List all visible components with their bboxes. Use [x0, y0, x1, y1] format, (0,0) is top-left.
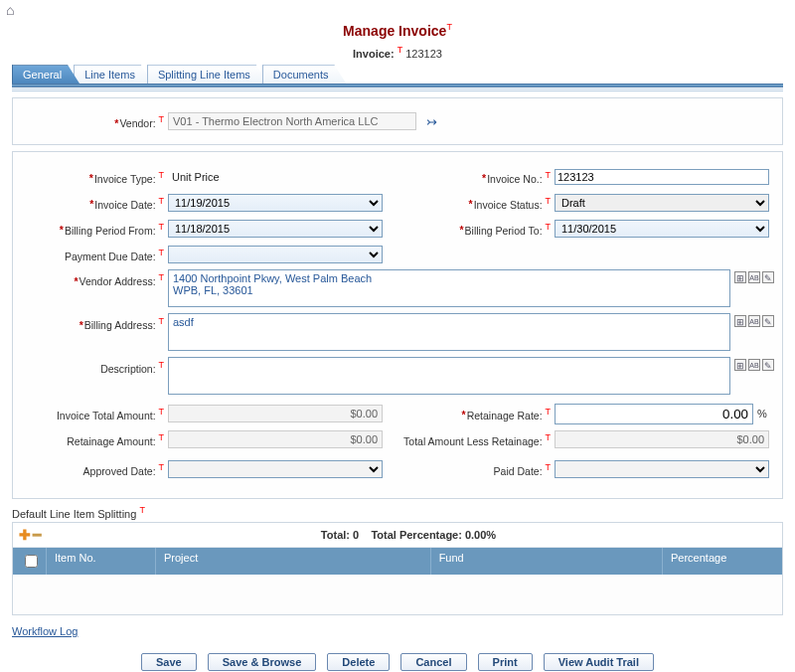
tabs: General Line Items Splitting Line Items …	[12, 65, 783, 84]
print-button[interactable]: Print	[478, 653, 533, 671]
page-title: Manage InvoiceT	[0, 22, 795, 39]
splitting-panel: ✚ ━ Total: 0 Total Percentage: 0.00% Ite…	[12, 522, 783, 615]
select-all-checkbox[interactable]	[25, 555, 38, 568]
approved-date-select[interactable]	[168, 460, 383, 478]
edit-icon[interactable]: ✎	[762, 359, 774, 371]
title-sup-icon: T	[446, 22, 452, 32]
invoice-no-input[interactable]	[555, 169, 769, 185]
col-project: Project	[156, 548, 431, 575]
home-icon[interactable]: ⌂	[6, 2, 14, 18]
tab-documents[interactable]: Documents	[262, 65, 347, 84]
vendor-panel: *Vendor: T ↣	[12, 97, 783, 145]
invoice-status-label: Invoice Status:	[474, 198, 543, 210]
total-amount-label: Invoice Total Amount:	[57, 409, 156, 420]
abc-icon[interactable]: AB	[748, 271, 760, 283]
total-amount-value: $0.00	[168, 405, 383, 422]
edit-icon[interactable]: ✎	[762, 315, 774, 327]
splitting-table-header: Item No. Project Fund Percentage	[13, 548, 782, 575]
page-title-text: Manage Invoice	[343, 23, 446, 39]
invoice-date-select[interactable]: 11/19/2015	[168, 194, 383, 212]
retainage-rate-label: Retainage Rate:	[467, 409, 543, 420]
split-total: Total: 0	[321, 529, 359, 541]
retainage-amount-label: Retainage Amount:	[67, 434, 155, 446]
billing-from-label: Billing Period From:	[65, 224, 156, 236]
col-percentage: Percentage	[663, 548, 782, 575]
retainage-rate-input[interactable]	[555, 404, 753, 424]
col-fund: Fund	[431, 548, 663, 575]
invoice-date-label: Invoice Date:	[94, 198, 155, 210]
splitting-section-label: Default Line Item Splitting T	[12, 505, 783, 520]
invoice-label: Invoice:	[353, 47, 395, 59]
invoice-number: 123123	[405, 47, 442, 59]
paid-date-select[interactable]	[555, 460, 769, 478]
description-textarea[interactable]	[168, 357, 730, 395]
tab-general[interactable]: General	[12, 65, 80, 84]
expand-icon[interactable]: ⊞	[734, 271, 746, 283]
abc-icon[interactable]: AB	[748, 359, 760, 371]
abc-icon[interactable]: AB	[748, 315, 760, 327]
billing-to-select[interactable]: 11/30/2015	[555, 220, 769, 238]
edit-icon[interactable]: ✎	[762, 271, 774, 283]
invoice-type-value: Unit Price	[168, 171, 220, 183]
details-panel: *Invoice Type: T Unit Price *Invoice Dat…	[12, 151, 783, 499]
description-label: Description:	[100, 363, 155, 375]
split-total-pct: Total Percentage: 0.00%	[371, 529, 496, 541]
billing-address-textarea[interactable]	[168, 313, 730, 351]
workflow-log-link[interactable]: Workflow Log	[12, 625, 78, 637]
vendor-input	[168, 112, 416, 130]
billing-from-select[interactable]: 11/18/2015	[168, 220, 383, 238]
save-browse-button[interactable]: Save & Browse	[208, 653, 316, 671]
billing-to-label: Billing Period To:	[465, 224, 543, 236]
total-less-label: Total Amount Less Retainage:	[403, 434, 543, 446]
cancel-button[interactable]: Cancel	[400, 653, 466, 671]
invoice-type-label: Invoice Type:	[94, 172, 156, 184]
total-less-value: $0.00	[555, 430, 769, 448]
audit-button[interactable]: View Audit Trail	[544, 653, 654, 671]
approved-date-label: Approved Date:	[83, 464, 156, 476]
vendor-link-icon[interactable]: ↣	[426, 114, 437, 129]
splitting-table-body	[13, 575, 782, 614]
retainage-amount-value: $0.00	[168, 430, 383, 448]
col-item-no: Item No.	[47, 548, 156, 575]
expand-icon[interactable]: ⊞	[734, 315, 746, 327]
percent-symbol: %	[757, 408, 767, 420]
vendor-label: *Vendor: T	[21, 114, 168, 129]
invoice-status-select[interactable]: Draft	[555, 194, 769, 212]
invoice-no-label: Invoice No.:	[487, 172, 542, 184]
invoice-header-line: Invoice: T 123123	[0, 45, 795, 60]
billing-address-label: Billing Address:	[84, 319, 156, 331]
vendor-address-label: Vendor Address:	[80, 275, 156, 287]
add-row-icon[interactable]: ✚	[19, 527, 31, 543]
tab-line-items[interactable]: Line Items	[74, 65, 153, 84]
vendor-label-text: Vendor:	[119, 117, 155, 129]
tab-splitting[interactable]: Splitting Line Items	[147, 65, 268, 84]
payment-due-select[interactable]	[168, 246, 383, 263]
remove-row-icon[interactable]: ━	[33, 527, 41, 543]
paid-date-label: Paid Date:	[494, 464, 543, 476]
button-row: Save Save & Browse Delete Cancel Print V…	[0, 647, 795, 672]
expand-icon[interactable]: ⊞	[734, 359, 746, 371]
save-button[interactable]: Save	[141, 653, 197, 671]
invoice-sup-icon: T	[398, 45, 403, 55]
delete-button[interactable]: Delete	[327, 653, 390, 671]
payment-due-label: Payment Due Date:	[65, 250, 156, 261]
vendor-address-textarea[interactable]	[168, 269, 730, 307]
